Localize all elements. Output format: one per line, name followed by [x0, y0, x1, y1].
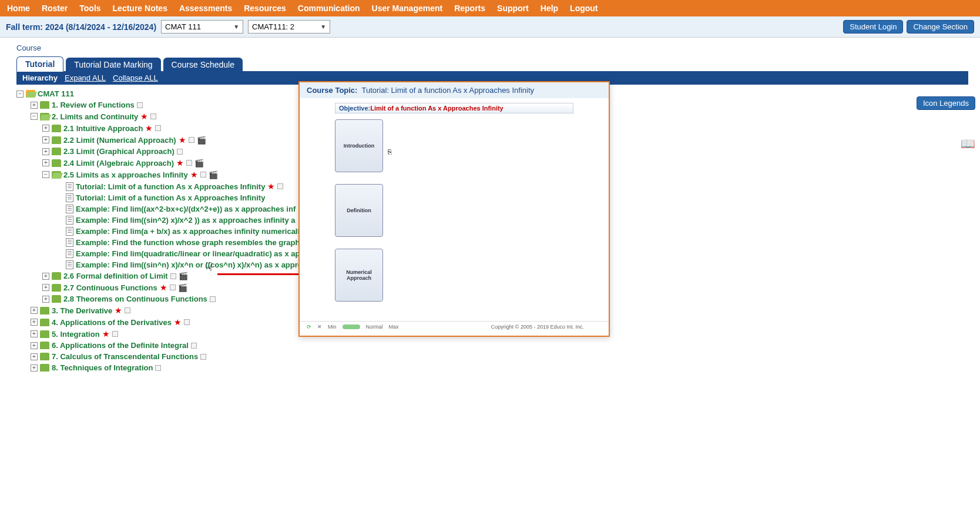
tree-label[interactable]: 2.7 Continuous Functions: [63, 283, 157, 292]
tree-label[interactable]: Example: Find lim(a + b/x) as x approach…: [76, 227, 304, 236]
document-icon: [66, 249, 73, 258]
document-icon: [66, 205, 73, 213]
tree-label[interactable]: 8. Techniques of Integration: [52, 363, 153, 372]
tree-label[interactable]: 2.3 Limit (Graphical Approach): [63, 147, 174, 156]
checkbox-icon[interactable]: [184, 319, 190, 325]
student-login-button[interactable]: Student Login: [843, 20, 903, 34]
nav-support[interactable]: Support: [495, 2, 531, 14]
checkbox-icon[interactable]: [170, 273, 176, 279]
tree-label[interactable]: Tutorial: Limit of a function As x Appro…: [76, 193, 265, 202]
video-icon[interactable]: [194, 159, 204, 168]
refresh-icon[interactable]: ⟳: [307, 324, 311, 330]
video-icon[interactable]: [197, 136, 206, 145]
tree-label[interactable]: 2.4 Limit (Algebraic Approach): [63, 159, 174, 168]
tree-chapter[interactable]: + 6. Applications of the Definite Integr…: [16, 340, 968, 351]
expand-icon[interactable]: +: [31, 102, 38, 109]
course-select[interactable]: CMAT 111 ▼: [161, 20, 243, 34]
expand-icon[interactable]: +: [31, 342, 38, 349]
checkbox-icon[interactable]: [186, 160, 192, 166]
nav-user-management[interactable]: User Management: [370, 2, 445, 14]
nav-logout[interactable]: Logout: [568, 2, 600, 14]
book-settings-icon[interactable]: 📖: [961, 136, 975, 150]
expand-icon[interactable]: +: [42, 296, 49, 303]
tab-course-schedule[interactable]: Course Schedule: [163, 58, 243, 72]
expand-icon[interactable]: +: [31, 330, 38, 337]
tree-chapter[interactable]: + 7. Calculus of Transcendental Function…: [16, 351, 968, 362]
expand-icon[interactable]: +: [42, 284, 49, 291]
tree-label[interactable]: Example: Find lim((sin^2) x)/x^2 )) as x…: [76, 216, 296, 225]
tree-label[interactable]: CMAT 111: [38, 89, 74, 98]
checkbox-icon[interactable]: [210, 296, 216, 302]
collapse-icon[interactable]: −: [16, 91, 24, 98]
change-section-button[interactable]: Change Section: [907, 20, 974, 34]
tree-label[interactable]: 7. Calculus of Transcendental Functions: [52, 352, 198, 361]
video-icon[interactable]: [179, 272, 188, 280]
checkbox-icon[interactable]: [170, 285, 176, 290]
checkbox-icon[interactable]: [277, 183, 283, 189]
video-icon[interactable]: [178, 283, 187, 292]
nav-assessments[interactable]: Assessments: [177, 2, 234, 14]
nav-resources[interactable]: Resources: [241, 2, 288, 14]
tree-label[interactable]: 2.1 Intuitive Approach: [63, 124, 143, 133]
slide-thumb-definition[interactable]: Definition: [335, 184, 383, 237]
checkbox-icon[interactable]: [137, 102, 143, 108]
nav-communication[interactable]: Communication: [296, 2, 363, 14]
preview-footer: ⟳ ✕ Min Normal Max Copyright © 2005 - 20…: [300, 321, 609, 332]
slide-thumb-introduction[interactable]: Introduction: [335, 119, 383, 172]
section-select[interactable]: CMAT111: 2 ▼: [248, 20, 330, 34]
tree-label[interactable]: Example: Find the function whose graph r…: [76, 238, 309, 247]
tree-label[interactable]: 3. The Derivative: [52, 306, 112, 315]
collapse-icon[interactable]: −: [42, 171, 49, 178]
tree-label[interactable]: 1. Review of Functions: [52, 101, 135, 109]
checkbox-icon[interactable]: [150, 113, 156, 119]
checkbox-icon[interactable]: [177, 149, 183, 155]
expand-all-link[interactable]: Expand ALL: [65, 73, 106, 82]
collapse-all-link[interactable]: Collapse ALL: [113, 73, 158, 82]
tree-label[interactable]: 2.2 Limit (Numerical Approach): [63, 136, 176, 145]
checkbox-icon[interactable]: [112, 331, 118, 337]
tree-label[interactable]: 5. Integration: [52, 330, 100, 339]
nav-tools[interactable]: Tools: [77, 2, 103, 14]
tree-label[interactable]: 2.8 Theorems on Continuous Functions: [63, 295, 207, 303]
tab-tutorial[interactable]: Tutorial: [16, 56, 63, 72]
checkbox-icon[interactable]: [155, 125, 161, 131]
checkbox-icon[interactable]: [191, 343, 197, 349]
expand-icon[interactable]: +: [42, 159, 49, 166]
tree-label[interactable]: 2. Limits and Continuity: [52, 112, 138, 121]
tree-label[interactable]: 2.6 Formal definition of Limit: [63, 272, 168, 280]
slide-thumb-numerical[interactable]: Numerical Approach: [335, 249, 383, 302]
checkbox-icon[interactable]: [155, 365, 161, 371]
expand-icon[interactable]: +: [42, 273, 49, 280]
nav-help[interactable]: Help: [538, 2, 561, 14]
nav-roster[interactable]: Roster: [39, 2, 70, 14]
tree-label[interactable]: Tutorial: Limit of a function As x Appro…: [76, 182, 265, 191]
expand-icon[interactable]: +: [31, 353, 38, 360]
zoom-control[interactable]: ⟳ ✕ Min Normal Max: [307, 324, 399, 330]
expand-icon[interactable]: +: [31, 307, 38, 314]
checkbox-icon[interactable]: [189, 137, 194, 143]
expand-icon[interactable]: +: [31, 319, 38, 326]
expand-icon[interactable]: +: [42, 125, 49, 132]
tree-label[interactable]: 6. Applications of the Definite Integral: [52, 341, 189, 350]
nav-home[interactable]: Home: [5, 2, 32, 14]
zoom-reset-icon[interactable]: ✕: [317, 324, 322, 330]
star-icon: ★: [102, 329, 110, 339]
expand-icon[interactable]: +: [31, 364, 38, 372]
checkbox-icon[interactable]: [200, 172, 206, 178]
tree-label[interactable]: 2.5 Limits as x approaches Infinity: [63, 170, 188, 179]
tree-label[interactable]: Example: Find lim((ax^2-bx+c)/(dx^2+e)) …: [76, 205, 296, 213]
expand-icon[interactable]: +: [42, 136, 49, 143]
tree-label[interactable]: 4. Applications of the Derivatives: [52, 318, 172, 327]
nav-lecture-notes[interactable]: Lecture Notes: [110, 2, 170, 14]
checkbox-icon[interactable]: [200, 354, 206, 360]
nav-reports[interactable]: Reports: [452, 2, 488, 14]
collapse-icon[interactable]: −: [31, 113, 38, 120]
video-icon[interactable]: [209, 170, 218, 179]
zoom-slider[interactable]: [343, 324, 360, 329]
checkbox-icon[interactable]: [125, 307, 130, 313]
icon-legends-button[interactable]: Icon Legends: [917, 96, 975, 110]
tab-date-marking[interactable]: Tutorial Date Marking: [66, 58, 160, 72]
tree-chapter[interactable]: + 8. Techniques of Integration: [16, 362, 968, 373]
expand-icon[interactable]: +: [42, 148, 49, 155]
slide-link-icon[interactable]: ⎘: [388, 148, 392, 155]
